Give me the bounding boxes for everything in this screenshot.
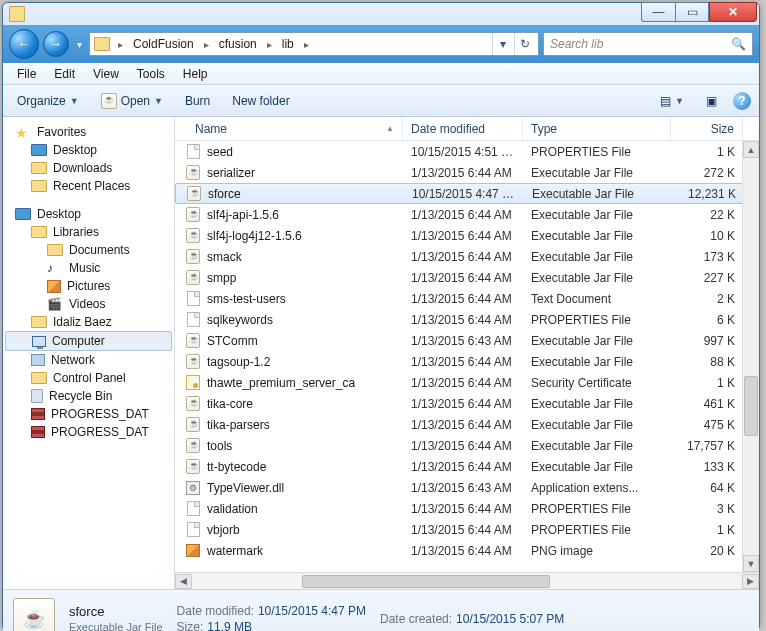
scrollbar-track[interactable] <box>192 574 742 589</box>
file-name: tt-bytecode <box>207 460 266 474</box>
sidebar-favorites[interactable]: ★Favorites <box>5 123 172 141</box>
preview-icon: ▣ <box>706 94 717 108</box>
file-row[interactable]: sms-test-users1/13/2015 6:44 AMText Docu… <box>175 288 759 309</box>
file-row[interactable]: slf4j-api-1.5.61/13/2015 6:44 AMExecutab… <box>175 204 759 225</box>
file-row[interactable]: sforce10/15/2015 4:47 PMExecutable Jar F… <box>175 183 759 204</box>
refresh-button[interactable]: ↻ <box>514 33 534 55</box>
forward-button[interactable]: → <box>43 31 69 57</box>
back-button[interactable]: ← <box>9 29 39 59</box>
file-size: 88 K <box>671 355 743 369</box>
vertical-scrollbar[interactable]: ▲ ▼ <box>742 141 759 572</box>
navigation-tree[interactable]: ★Favorites Desktop Downloads Recent Plac… <box>3 117 175 589</box>
file-row[interactable]: tika-parsers1/13/2015 6:44 AMExecutable … <box>175 414 759 435</box>
file-row[interactable]: watermark1/13/2015 6:44 AMPNG image20 K <box>175 540 759 561</box>
file-row[interactable]: tagsoup-1.21/13/2015 6:44 AMExecutable J… <box>175 351 759 372</box>
file-row[interactable]: seed10/15/2015 4:51 PMPROPERTIES File1 K <box>175 141 759 162</box>
search-input[interactable]: Search lib 🔍 <box>543 32 753 56</box>
sidebar-libraries[interactable]: Libraries <box>5 223 172 241</box>
file-row[interactable]: tika-core1/13/2015 6:44 AMExecutable Jar… <box>175 393 759 414</box>
scrollbar-track[interactable] <box>743 158 759 555</box>
address-bar[interactable]: ▸ ColdFusion ▸ cfusion ▸ lib ▸ ▾ ↻ <box>89 32 539 56</box>
file-name: sms-test-users <box>207 292 286 306</box>
file-row[interactable]: vbjorb1/13/2015 6:44 AMPROPERTIES File1 … <box>175 519 759 540</box>
sidebar-item-archive[interactable]: PROGRESS_DAT <box>5 423 172 441</box>
titlebar[interactable]: — ▭ ✕ <box>3 3 759 25</box>
search-icon[interactable]: 🔍 <box>731 37 746 51</box>
sidebar-item-documents[interactable]: Documents <box>5 241 172 259</box>
horizontal-scrollbar[interactable]: ◀ ▶ <box>175 572 759 589</box>
path-chevron-icon[interactable]: ▸ <box>114 39 127 50</box>
file-date: 1/13/2015 6:44 AM <box>403 166 523 180</box>
breadcrumb-segment[interactable]: cfusion <box>217 37 259 51</box>
column-header-type[interactable]: Type <box>523 117 671 140</box>
organize-button[interactable]: Organize▼ <box>11 92 85 110</box>
sidebar-item-music[interactable]: ♪Music <box>5 259 172 277</box>
menu-help[interactable]: Help <box>175 65 216 83</box>
view-options-button[interactable]: ▤▼ <box>654 92 690 110</box>
sidebar-item-controlpanel[interactable]: Control Panel <box>5 369 172 387</box>
scroll-down-arrow-icon[interactable]: ▼ <box>743 555 759 572</box>
file-row[interactable]: validation1/13/2015 6:44 AMPROPERTIES Fi… <box>175 498 759 519</box>
file-icon <box>185 459 201 475</box>
path-chevron-icon[interactable]: ▸ <box>263 39 276 50</box>
sidebar-item-downloads[interactable]: Downloads <box>5 159 172 177</box>
sidebar-item-recyclebin[interactable]: Recycle Bin <box>5 387 172 405</box>
file-size: 133 K <box>671 460 743 474</box>
file-row[interactable]: STComm1/13/2015 6:43 AMExecutable Jar Fi… <box>175 330 759 351</box>
sidebar-item-archive[interactable]: PROGRESS_DAT <box>5 405 172 423</box>
scroll-right-arrow-icon[interactable]: ▶ <box>742 574 759 589</box>
minimize-button[interactable]: — <box>641 2 675 22</box>
sidebar-desktop-root[interactable]: Desktop <box>5 205 172 223</box>
file-date: 1/13/2015 6:44 AM <box>403 502 523 516</box>
file-row[interactable]: serializer1/13/2015 6:44 AMExecutable Ja… <box>175 162 759 183</box>
scrollbar-thumb[interactable] <box>302 575 550 588</box>
file-row[interactable]: slf4j-log4j12-1.5.61/13/2015 6:44 AMExec… <box>175 225 759 246</box>
open-button[interactable]: Open▼ <box>95 91 169 111</box>
scrollbar-thumb[interactable] <box>744 376 758 436</box>
file-row[interactable]: tt-bytecode1/13/2015 6:44 AMExecutable J… <box>175 456 759 477</box>
close-button[interactable]: ✕ <box>709 2 757 22</box>
newfolder-button[interactable]: New folder <box>226 92 295 110</box>
file-type: Executable Jar File <box>523 250 671 264</box>
menu-edit[interactable]: Edit <box>46 65 83 83</box>
file-name: seed <box>207 145 233 159</box>
sidebar-item-computer[interactable]: Computer <box>5 331 172 351</box>
address-history-dropdown[interactable]: ▾ <box>492 33 512 55</box>
menu-tools[interactable]: Tools <box>129 65 173 83</box>
help-button[interactable]: ? <box>733 92 751 110</box>
sidebar-item-videos[interactable]: 🎬Videos <box>5 295 172 313</box>
column-header-date[interactable]: Date modified <box>403 117 523 140</box>
maximize-button[interactable]: ▭ <box>675 2 709 22</box>
sidebar-item-network[interactable]: Network <box>5 351 172 369</box>
file-row[interactable]: TypeViewer.dll1/13/2015 6:43 AMApplicati… <box>175 477 759 498</box>
file-list[interactable]: seed10/15/2015 4:51 PMPROPERTIES File1 K… <box>175 141 759 572</box>
history-dropdown[interactable]: ▾ <box>73 39 85 50</box>
back-arrow-icon: ← <box>18 37 30 51</box>
file-row[interactable]: smpp1/13/2015 6:44 AMExecutable Jar File… <box>175 267 759 288</box>
menu-file[interactable]: File <box>9 65 44 83</box>
chevron-down-icon: ▼ <box>675 96 684 106</box>
breadcrumb-segment[interactable]: lib <box>280 37 296 51</box>
file-name: STComm <box>207 334 258 348</box>
column-header-size[interactable]: Size <box>671 117 743 140</box>
sidebar-item-desktop[interactable]: Desktop <box>5 141 172 159</box>
column-header-name[interactable]: Name▲ <box>175 117 403 140</box>
preview-pane-button[interactable]: ▣ <box>700 92 723 110</box>
file-row[interactable]: thawte_premium_server_ca1/13/2015 6:44 A… <box>175 372 759 393</box>
scroll-up-arrow-icon[interactable]: ▲ <box>743 141 759 158</box>
breadcrumb-segment[interactable]: ColdFusion <box>131 37 196 51</box>
menu-view[interactable]: View <box>85 65 127 83</box>
close-icon: ✕ <box>728 5 738 19</box>
scroll-left-arrow-icon[interactable]: ◀ <box>175 574 192 589</box>
path-chevron-icon[interactable]: ▸ <box>200 39 213 50</box>
path-chevron-icon[interactable]: ▸ <box>300 39 313 50</box>
burn-button[interactable]: Burn <box>179 92 216 110</box>
file-row[interactable]: sqlkeywords1/13/2015 6:44 AMPROPERTIES F… <box>175 309 759 330</box>
sidebar-item-user[interactable]: Idaliz Baez <box>5 313 172 331</box>
sidebar-item-pictures[interactable]: Pictures <box>5 277 172 295</box>
file-row[interactable]: tools1/13/2015 6:44 AMExecutable Jar Fil… <box>175 435 759 456</box>
file-row[interactable]: smack1/13/2015 6:44 AMExecutable Jar Fil… <box>175 246 759 267</box>
label: Date created: <box>380 612 452 626</box>
file-icon <box>185 354 201 370</box>
sidebar-item-recent[interactable]: Recent Places <box>5 177 172 195</box>
